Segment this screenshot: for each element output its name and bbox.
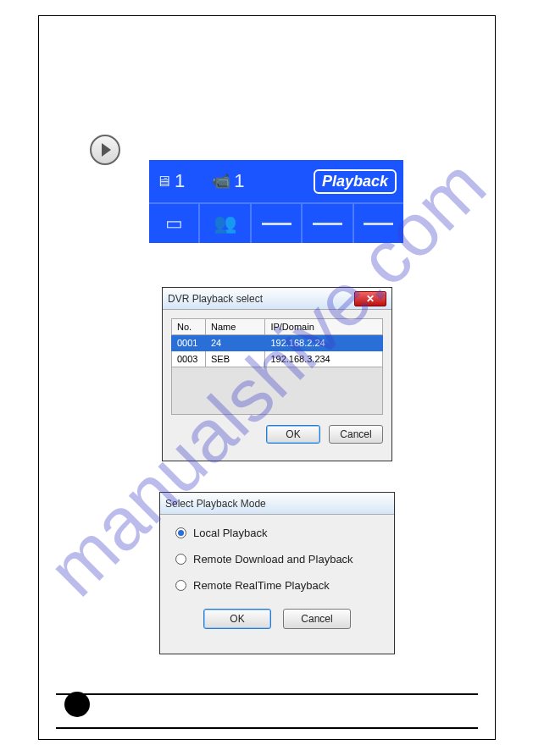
dialog-body: No. Name IP/Domain 0001 24 192.168.2.24 … <box>163 310 391 452</box>
dialog-title-text: Select Playback Mode <box>165 498 266 510</box>
cell-ip: 192.168.2.24 <box>265 335 383 351</box>
divider-top <box>56 693 478 695</box>
camera-icon: 📹 <box>212 172 230 190</box>
dialog-titlebar: DVR Playback select ✕ <box>163 288 391 310</box>
bullet-icon <box>64 692 90 717</box>
banner-bottom-row: ▭ 👥 <box>149 202 403 243</box>
table-row[interactable]: 0003 SEB 192.168.3.234 <box>172 351 383 367</box>
radio-label: Remote Download and Playback <box>193 553 353 566</box>
dialog-button-row: OK Cancel <box>171 415 383 444</box>
slot-5 <box>354 204 403 243</box>
cancel-button[interactable]: Cancel <box>283 609 351 629</box>
radio-label: Remote RealTime Playback <box>193 579 330 592</box>
play-triangle-icon <box>102 143 111 157</box>
play-icon[interactable] <box>90 135 120 165</box>
radio-icon <box>175 580 186 591</box>
device-count-value: 1 <box>175 170 185 192</box>
playback-button[interactable]: Playback <box>314 169 397 194</box>
dvr-table[interactable]: No. Name IP/Domain 0001 24 192.168.2.24 … <box>171 318 383 367</box>
col-ip: IP/Domain <box>265 319 383 335</box>
table-row[interactable]: 0001 24 192.168.2.24 <box>172 335 383 351</box>
close-icon[interactable]: ✕ <box>354 291 386 306</box>
radio-icon <box>175 527 186 538</box>
radio-label: Local Playback <box>193 527 267 539</box>
camera-count-value: 1 <box>234 170 244 192</box>
col-no: No. <box>172 319 206 335</box>
cell-name: SEB <box>206 351 265 367</box>
slot-4 <box>303 204 353 243</box>
playback-banner: 🖥 1 📹 1 Playback ▭ 👥 <box>149 160 403 243</box>
table-header-row: No. Name IP/Domain <box>172 319 383 335</box>
device-icon: 🖥 <box>156 173 171 190</box>
radio-local-playback[interactable]: Local Playback <box>175 527 379 539</box>
ok-button[interactable]: OK <box>266 425 320 444</box>
users-icon[interactable]: 👥 <box>200 204 251 243</box>
dialog-button-row: OK Cancel <box>175 605 379 629</box>
divider-bottom <box>56 727 478 729</box>
cell-name: 24 <box>206 335 265 351</box>
dvr-playback-select-dialog: DVR Playback select ✕ No. Name IP/Domain… <box>162 287 392 461</box>
cell-no: 0003 <box>172 351 206 367</box>
radio-icon <box>175 554 186 565</box>
radio-remote-realtime[interactable]: Remote RealTime Playback <box>175 579 379 592</box>
page-frame: manualshive.com 🖥 1 📹 1 Playback ▭ 👥 <box>38 15 496 740</box>
monitor-icon[interactable]: ▭ <box>149 204 200 243</box>
cancel-button[interactable]: Cancel <box>329 425 383 444</box>
camera-count: 📹 1 <box>212 170 244 192</box>
device-count: 🖥 1 <box>156 170 185 192</box>
banner-top-row: 🖥 1 📹 1 Playback <box>149 160 403 202</box>
table-empty-area <box>171 367 383 415</box>
dialog-title-text: DVR Playback select <box>168 293 263 305</box>
radio-remote-download[interactable]: Remote Download and Playback <box>175 553 379 566</box>
slot-3 <box>252 204 303 243</box>
ok-button[interactable]: OK <box>203 609 271 629</box>
dialog-titlebar: Select Playback Mode <box>160 493 394 515</box>
select-playback-mode-dialog: Select Playback Mode Local Playback Remo… <box>159 492 395 654</box>
dialog-body: Local Playback Remote Download and Playb… <box>160 515 394 637</box>
cell-no: 0001 <box>172 335 206 351</box>
cell-ip: 192.168.3.234 <box>265 351 383 367</box>
col-name: Name <box>206 319 265 335</box>
